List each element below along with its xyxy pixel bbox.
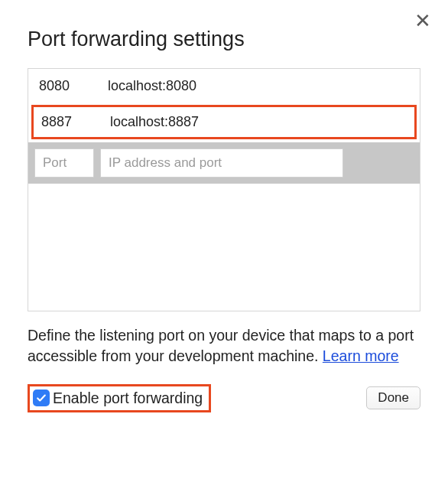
dialog-title: Port forwarding settings — [28, 28, 420, 51]
port-mapping-row[interactable]: 8080 localhost:8080 — [28, 69, 420, 103]
address-value: localhost:8887 — [110, 114, 407, 130]
dialog-description: Define the listening port on your device… — [28, 325, 420, 367]
address-value: localhost:8080 — [108, 78, 409, 94]
port-value: 8080 — [39, 78, 108, 94]
port-mappings-list: 8080 localhost:8080 8887 localhost:8887 — [28, 68, 420, 311]
done-button[interactable]: Done — [366, 386, 420, 409]
new-mapping-input-row — [28, 142, 420, 184]
enable-forwarding-option: Enable port forwarding — [28, 384, 211, 412]
enable-forwarding-checkbox[interactable] — [33, 390, 50, 406]
port-forwarding-dialog: ✕ Port forwarding settings 8080 localhos… — [6, 6, 442, 496]
close-button[interactable]: ✕ — [414, 11, 431, 31]
port-input[interactable] — [34, 148, 94, 178]
port-mapping-row[interactable]: 8887 localhost:8887 — [31, 105, 417, 139]
address-input[interactable] — [100, 148, 343, 178]
dialog-footer: Enable port forwarding Done — [28, 384, 420, 412]
checkmark-icon — [36, 393, 47, 403]
learn-more-link[interactable]: Learn more — [323, 347, 399, 364]
close-icon: ✕ — [414, 9, 431, 32]
enable-forwarding-label: Enable port forwarding — [53, 390, 203, 407]
port-value: 8887 — [41, 114, 110, 130]
